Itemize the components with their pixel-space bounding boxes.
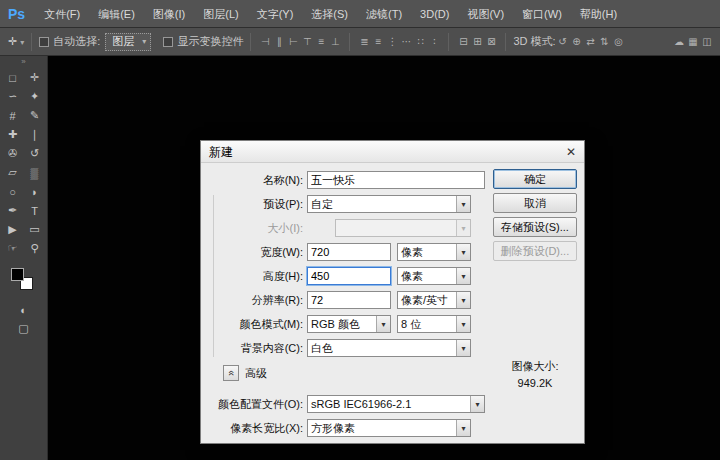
menu-window[interactable]: 窗口(W) [513,0,571,28]
spot-healing-brush-tool-icon[interactable]: ✚ [2,125,24,144]
distribute-left-edges-icon[interactable]: ⋯ [399,36,413,47]
name-input[interactable] [307,171,485,189]
crop-tool-icon[interactable]: # [2,106,24,125]
screen-mode-icon[interactable]: ▢ [13,319,35,338]
save-preset-button[interactable]: 存储预设(S)... [493,217,577,237]
advanced-label: 高级 [245,365,267,381]
divider [250,33,251,51]
color-swatches [9,266,39,296]
menu-filter[interactable]: 滤镜(T) [357,0,411,28]
align-vertical-centers-icon[interactable]: ≡ [314,36,328,47]
auto-blend-layers-icon[interactable]: ⊞ [470,36,484,47]
3d-pan-icon[interactable]: ⇄ [584,36,598,47]
chevron-down-icon [456,196,470,212]
color-mode-dropdown[interactable]: RGB 颜色 [307,315,391,333]
menu-3d[interactable]: 3D(D) [411,0,458,28]
align-top-edges-icon[interactable]: ⊤ [300,36,314,47]
zoom-tool-icon[interactable]: ⚲ [24,239,46,258]
dialog-title-bar[interactable]: 新建 ✕ [201,141,584,163]
menu-view[interactable]: 视图(V) [458,0,513,28]
background-contents-dropdown[interactable]: 白色 [307,339,471,357]
pixel-aspect-dropdown[interactable]: 方形像素 [307,419,471,437]
menu-layer[interactable]: 图层(L) [194,0,247,28]
menu-edit[interactable]: 编辑(E) [89,0,144,28]
bit-depth-value: 8 位 [398,316,456,332]
size-dropdown [335,219,471,237]
menu-file[interactable]: 文件(F) [35,0,89,28]
auto-select-target-dropdown[interactable]: 图层 ▾ [105,33,151,51]
3d-rotate-icon[interactable]: ↺ [556,36,570,47]
bit-depth-dropdown[interactable]: 8 位 [397,315,471,333]
panel-layout-icon[interactable]: ◫ [700,36,714,47]
history-brush-tool-icon[interactable]: ↺ [24,144,46,163]
quick-mask-mode-icon[interactable]: ◐ [13,300,35,319]
show-transform-checkbox[interactable] [163,37,173,47]
3d-scale-icon[interactable]: ◎ [612,36,626,47]
eyedropper-tool-icon[interactable]: ✎ [24,106,46,125]
menu-type[interactable]: 文字(Y) [248,0,303,28]
distribute-right-edges-icon[interactable]: ∶ [427,36,441,47]
clone-stamp-tool-icon[interactable]: ✇ [2,144,24,163]
quick-selection-tool-icon[interactable]: ✦ [24,87,46,106]
image-size-label: 图像大小: [493,359,577,374]
rectangular-marquee-tool-icon[interactable]: □ [2,68,24,87]
align-left-edges-icon[interactable]: ⊣ [258,36,272,47]
ok-button[interactable]: 确定 [493,169,577,189]
dodge-tool-icon[interactable]: ◗ [24,182,46,201]
align-bottom-edges-icon[interactable]: ⊥ [328,36,342,47]
resolution-unit-value: 像素/英寸 [398,292,456,308]
background-contents-value: 白色 [308,340,456,356]
gradient-tool-icon[interactable]: ▒ [24,163,46,182]
eraser-tool-icon[interactable]: ▱ [2,163,24,182]
auto-select-checkbox[interactable] [39,37,49,47]
creative-cloud-icon[interactable]: ☁ [672,36,686,47]
resolution-unit-dropdown[interactable]: 像素/英寸 [397,291,471,309]
color-profile-label: 颜色配置文件(O): [207,395,303,413]
distribute-top-edges-icon[interactable]: ≣ [357,36,371,47]
move-tool-icon: ✛ [8,35,17,47]
blur-tool-icon[interactable]: ○ [2,182,24,201]
resolution-input[interactable] [307,291,391,309]
width-unit-dropdown[interactable]: 像素 [397,243,471,261]
cancel-button[interactable]: 取消 [493,193,577,213]
brush-tool-icon[interactable]: ❘ [24,125,46,144]
lasso-tool-icon[interactable]: ∽ [2,87,24,106]
pen-tool-icon[interactable]: ✒ [2,201,24,220]
workspace-grid-icon[interactable]: ▦ [686,36,700,47]
menu-help[interactable]: 帮助(H) [571,0,626,28]
delete-preset-button: 删除预设(D)... [493,241,577,261]
chevron-down-icon [456,268,470,284]
advanced-collapse-button[interactable]: « [223,365,239,381]
distribute-vertical-centers-icon[interactable]: ≡ [371,36,385,47]
align-horizontal-centers-icon[interactable]: ∥ [272,36,286,47]
tool-preset-picker[interactable]: ✛ ▾ [8,35,24,48]
color-profile-dropdown[interactable]: sRGB IEC61966-2.1 [307,395,485,413]
toolbar-collapse-icon[interactable]: » [0,56,47,68]
path-selection-tool-icon[interactable]: ▶ [2,220,24,239]
divider [448,33,449,51]
pixel-aspect-value: 方形像素 [308,420,456,436]
auto-align-layers-icon[interactable]: ⊟ [456,36,470,47]
preset-dropdown[interactable]: 自定 [307,195,471,213]
distribute-bottom-edges-icon[interactable]: ⋮ [385,36,399,47]
pixel-aspect-label: 像素长宽比(X): [207,419,303,437]
height-unit-dropdown[interactable]: 像素 [397,267,471,285]
move-tool-icon[interactable]: ✛ [24,68,46,87]
chevron-down-icon: ▾ [20,38,24,47]
height-input[interactable] [307,267,391,285]
menu-image[interactable]: 图像(I) [144,0,194,28]
rectangle-tool-icon[interactable]: ▭ [24,220,46,239]
distribute-horizontal-centers-icon[interactable]: ∷ [413,36,427,47]
3d-roll-icon[interactable]: ⊕ [570,36,584,47]
menu-select[interactable]: 选择(S) [302,0,357,28]
chevron-down-icon [456,340,470,356]
type-tool-icon[interactable]: T [24,201,46,220]
close-icon[interactable]: ✕ [566,141,576,163]
hand-tool-icon[interactable]: ☞ [2,239,24,258]
foreground-color-swatch[interactable] [11,268,24,281]
name-label: 名称(N): [207,171,303,189]
align-right-edges-icon[interactable]: ⊢ [286,36,300,47]
3d-slide-icon[interactable]: ⇅ [598,36,612,47]
layer-options-icon[interactable]: ⊠ [484,36,498,47]
width-input[interactable] [307,243,391,261]
